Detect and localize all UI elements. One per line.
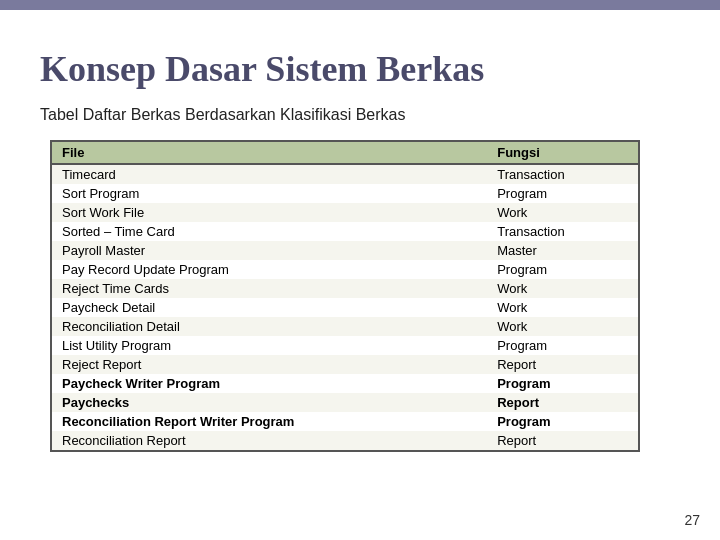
table-row: Paycheck DetailWork: [52, 298, 638, 317]
table-row: Sorted – Time CardTransaction: [52, 222, 638, 241]
cell-file: Reconciliation Detail: [52, 317, 487, 336]
cell-file: Paycheck Writer Program: [52, 374, 487, 393]
cell-fungsi: Report: [487, 393, 638, 412]
cell-file: Payroll Master: [52, 241, 487, 260]
table-row: Pay Record Update ProgramProgram: [52, 260, 638, 279]
table-row: Sort ProgramProgram: [52, 184, 638, 203]
table-row: Reconciliation Report Writer ProgramProg…: [52, 412, 638, 431]
cell-fungsi: Program: [487, 260, 638, 279]
cell-file: Reconciliation Report Writer Program: [52, 412, 487, 431]
cell-fungsi: Program: [487, 336, 638, 355]
cell-file: Reject Report: [52, 355, 487, 374]
table-row: TimecardTransaction: [52, 164, 638, 184]
table-row: Payroll MasterMaster: [52, 241, 638, 260]
cell-fungsi: Program: [487, 184, 638, 203]
cell-fungsi: Work: [487, 317, 638, 336]
table-row: Sort Work FileWork: [52, 203, 638, 222]
cell-file: Pay Record Update Program: [52, 260, 487, 279]
col-header-fungsi: Fungsi: [487, 142, 638, 164]
table-row: Reconciliation DetailWork: [52, 317, 638, 336]
cell-fungsi: Transaction: [487, 222, 638, 241]
cell-file: Sort Work File: [52, 203, 487, 222]
cell-file: Paychecks: [52, 393, 487, 412]
cell-fungsi: Work: [487, 279, 638, 298]
cell-file: Timecard: [52, 164, 487, 184]
classification-table: File Fungsi TimecardTransactionSort Prog…: [52, 142, 638, 450]
cell-fungsi: Transaction: [487, 164, 638, 184]
table-row: Reconciliation ReportReport: [52, 431, 638, 450]
cell-fungsi: Work: [487, 203, 638, 222]
cell-fungsi: Report: [487, 431, 638, 450]
table-row: Reject ReportReport: [52, 355, 638, 374]
table-row: Reject Time CardsWork: [52, 279, 638, 298]
cell-fungsi: Work: [487, 298, 638, 317]
cell-file: Reject Time Cards: [52, 279, 487, 298]
slide: Konsep Dasar Sistem Berkas Tabel Daftar …: [0, 0, 720, 540]
slide-subtitle: Tabel Daftar Berkas Berdasarkan Klasifik…: [40, 106, 680, 124]
table-row: List Utility ProgramProgram: [52, 336, 638, 355]
table-row: Paycheck Writer ProgramProgram: [52, 374, 638, 393]
cell-file: Paycheck Detail: [52, 298, 487, 317]
cell-file: Sort Program: [52, 184, 487, 203]
cell-file: List Utility Program: [52, 336, 487, 355]
table-header-row: File Fungsi: [52, 142, 638, 164]
cell-fungsi: Report: [487, 355, 638, 374]
cell-fungsi: Program: [487, 412, 638, 431]
table-wrapper: File Fungsi TimecardTransactionSort Prog…: [50, 140, 640, 452]
cell-file: Sorted – Time Card: [52, 222, 487, 241]
page-number: 27: [684, 512, 700, 528]
top-bar: [0, 0, 720, 10]
slide-title: Konsep Dasar Sistem Berkas: [40, 48, 680, 90]
table-row: PaychecksReport: [52, 393, 638, 412]
col-header-file: File: [52, 142, 487, 164]
cell-fungsi: Program: [487, 374, 638, 393]
cell-fungsi: Master: [487, 241, 638, 260]
cell-file: Reconciliation Report: [52, 431, 487, 450]
